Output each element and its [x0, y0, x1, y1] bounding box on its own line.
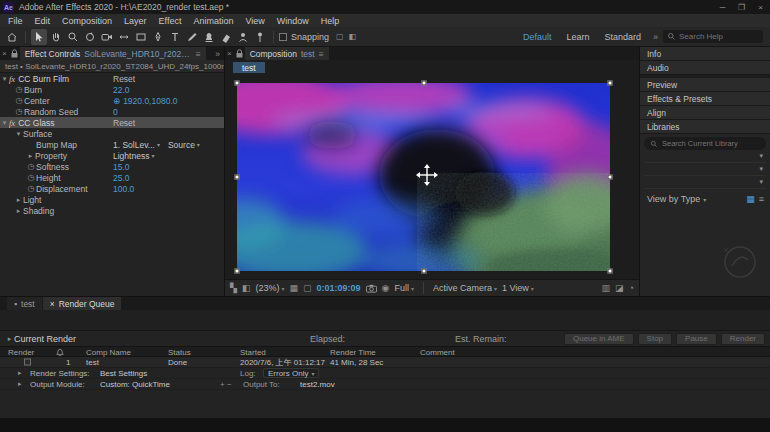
tab-effect-controls[interactable]: Effect Controls SolLevante_HDR10_r2020_S… [20, 47, 206, 60]
orbit-camera-tool-icon[interactable] [82, 29, 98, 45]
property-value[interactable]: 100.0 [113, 184, 134, 194]
camera-tool-icon[interactable] [99, 29, 115, 45]
property-dropdown[interactable]: Lightness▾ [113, 151, 154, 161]
group-row-shading[interactable]: ▸ Shading [0, 205, 224, 216]
panel-lock-icon[interactable] [9, 49, 20, 58]
effect-header-cc-glass[interactable]: ▾ fx CC Glass Reset [0, 117, 224, 128]
stopwatch-icon[interactable]: ◷ [14, 85, 24, 94]
render-enable-checkbox[interactable] [24, 359, 31, 366]
column-started[interactable]: Started [240, 347, 266, 356]
resolution-dropdown[interactable]: Full▾ [394, 283, 414, 293]
menu-composition[interactable]: Composition [56, 16, 118, 26]
panel-header-audio[interactable]: Audio [640, 61, 770, 75]
twirl-icon[interactable]: ▸ [5, 335, 14, 343]
menu-effect[interactable]: Effect [153, 16, 188, 26]
property-value[interactable]: 1920.0,1080.0 [123, 96, 177, 106]
panel-close-icon[interactable]: × [0, 49, 9, 58]
anchor-point-widget[interactable] [416, 164, 438, 186]
grid-view-icon[interactable]: ▦ [746, 194, 755, 204]
minus-icon[interactable]: − [227, 380, 232, 389]
twirl-icon[interactable]: ▸ [14, 196, 23, 204]
library-category-row[interactable]: ▾ [644, 150, 766, 163]
stopwatch-icon[interactable]: ◷ [14, 96, 24, 105]
puppet-pin-tool-icon[interactable] [252, 29, 268, 45]
menu-edit[interactable]: Edit [29, 16, 57, 26]
output-module-value[interactable]: Custom: QuickTime [100, 380, 170, 389]
panel-lock-icon[interactable] [234, 49, 245, 58]
twirl-icon[interactable]: ▸ [26, 152, 35, 160]
current-time-display[interactable]: 0:01:09:09 [317, 283, 361, 293]
menu-animation[interactable]: Animation [187, 16, 239, 26]
column-comment[interactable]: Comment [420, 347, 455, 356]
column-status[interactable]: Status [168, 347, 191, 356]
twirl-icon[interactable]: ▸ [18, 369, 22, 377]
bump-map-layer-dropdown[interactable]: 1. SolLev...▾ [113, 140, 160, 150]
selection-tool-icon[interactable] [31, 29, 47, 45]
active-camera-dropdown[interactable]: Active Camera▾ [433, 283, 497, 293]
property-value[interactable]: 25.0 [113, 173, 130, 183]
composition-viewer[interactable]: test [225, 60, 639, 279]
render-button[interactable]: Render [721, 333, 765, 345]
stop-button[interactable]: Stop [638, 333, 672, 345]
menu-help[interactable]: Help [315, 16, 346, 26]
maximize-button[interactable]: ❐ [732, 0, 751, 14]
composition-canvas[interactable] [237, 83, 610, 271]
stopwatch-icon[interactable]: ◷ [26, 173, 36, 182]
effect-header-cc-burn-film[interactable]: ▾ fx CC Burn Film Reset [0, 73, 224, 84]
selection-handle[interactable] [235, 81, 240, 86]
type-tool-icon[interactable] [167, 29, 183, 45]
snap-features-icon[interactable]: ◧ [347, 32, 359, 41]
snapshot-camera-icon[interactable] [366, 284, 377, 293]
property-value[interactable]: 0 [113, 107, 118, 117]
search-help-input[interactable] [679, 32, 759, 41]
tab-composition[interactable]: Composition test ≡ [245, 47, 329, 60]
pan-behind-tool-icon[interactable] [116, 29, 132, 45]
render-settings-value[interactable]: Best Settings [100, 369, 147, 378]
panel-close-icon[interactable]: × [225, 49, 234, 58]
panel-header-effects-presets[interactable]: Effects & Presets [640, 92, 770, 106]
output-to-value[interactable]: test2.mov [300, 380, 335, 389]
zoom-tool-icon[interactable] [65, 29, 81, 45]
menu-window[interactable]: Window [271, 16, 315, 26]
tab-render-queue[interactable]: × Render Queue [43, 297, 122, 310]
selection-handle[interactable] [608, 175, 613, 180]
twirl-icon[interactable]: ▸ [18, 380, 22, 388]
magnification-dropdown[interactable]: (23%)▾ [255, 283, 284, 293]
selection-handle[interactable] [421, 81, 426, 86]
selection-handle[interactable] [235, 269, 240, 274]
selection-handle[interactable] [421, 269, 426, 274]
property-value[interactable]: 15.0 [113, 162, 130, 172]
group-row-surface[interactable]: ▾ Surface [0, 128, 224, 139]
brush-tool-icon[interactable] [184, 29, 200, 45]
panel-header-info[interactable]: Info [640, 47, 770, 61]
selection-handle[interactable] [235, 175, 240, 180]
plus-icon[interactable]: + [220, 380, 225, 389]
tab-timeline-test[interactable]: ▪ test [7, 297, 42, 310]
eraser-tool-icon[interactable] [218, 29, 234, 45]
shape-tool-icon[interactable] [133, 29, 149, 45]
panel-header-libraries[interactable]: Libraries [640, 120, 770, 134]
column-render-time[interactable]: Render Time [330, 347, 376, 356]
list-view-icon[interactable]: ≡ [759, 194, 764, 204]
menu-layer[interactable]: Layer [118, 16, 153, 26]
exposure-icon[interactable]: ◔ [629, 283, 634, 293]
queue-in-ame-button[interactable]: Queue in AME [564, 333, 634, 345]
panel-header-preview[interactable]: Preview [640, 78, 770, 92]
stopwatch-icon[interactable]: ◷ [14, 107, 24, 116]
selection-handle[interactable] [608, 269, 613, 274]
panel-header-align[interactable]: Align [640, 106, 770, 120]
workspace-standard[interactable]: Standard [597, 32, 648, 42]
library-category-row[interactable]: ▾ [644, 163, 766, 176]
mask-visibility-icon[interactable]: ▢ [303, 283, 312, 293]
workspace-default[interactable]: Default [516, 32, 559, 42]
show-snapshot-icon[interactable]: ◉ [382, 283, 390, 293]
log-dropdown[interactable]: Errors Only ▾ [263, 368, 319, 378]
stopwatch-icon[interactable]: ◷ [26, 162, 36, 171]
bump-map-source-dropdown[interactable]: Source▾ [168, 140, 200, 150]
hand-tool-icon[interactable] [48, 29, 64, 45]
notify-bell-icon[interactable] [56, 347, 64, 356]
menu-file[interactable]: File [2, 16, 29, 26]
snap-edges-icon[interactable]: ▢ [334, 32, 346, 41]
output-module-add-remove[interactable]: + − [220, 380, 232, 389]
menu-view[interactable]: View [239, 16, 270, 26]
